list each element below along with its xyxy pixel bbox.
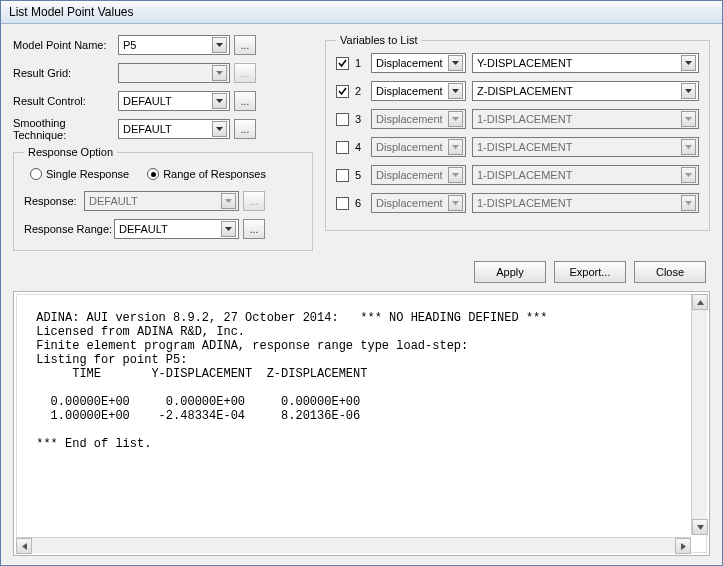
response-browse-button: ...	[243, 191, 265, 211]
variable-row: 3Displacement1-DISPLACEMENT	[336, 108, 699, 130]
variables-legend: Variables to List	[336, 34, 421, 46]
variable-index: 6	[355, 197, 365, 209]
scroll-right-icon[interactable]	[675, 538, 691, 554]
variable-type-combo[interactable]: Displacement	[371, 81, 466, 101]
range-of-responses-radio[interactable]: Range of Responses	[147, 168, 266, 180]
variable-type-combo: Displacement	[371, 165, 466, 185]
response-range-label: Response Range:	[24, 223, 114, 235]
variable-row: 5Displacement1-DISPLACEMENT	[336, 164, 699, 186]
apply-button[interactable]: Apply	[474, 261, 546, 283]
variable-checkbox[interactable]	[336, 197, 349, 210]
model-point-name-combo[interactable]: P5	[118, 35, 230, 55]
response-label: Response:	[24, 195, 84, 207]
variable-row: 4Displacement1-DISPLACEMENT	[336, 136, 699, 158]
window-title: List Model Point Values	[9, 5, 134, 19]
variable-checkbox[interactable]	[336, 113, 349, 126]
chevron-down-icon	[681, 195, 696, 211]
variable-type-combo: Displacement	[371, 137, 466, 157]
response-option-group: Response Option Single Response Range of…	[13, 146, 313, 251]
variable-checkbox[interactable]	[336, 57, 349, 70]
model-point-browse-button[interactable]: ...	[234, 35, 256, 55]
vertical-scrollbar[interactable]	[691, 294, 707, 535]
variable-index: 1	[355, 57, 365, 69]
scroll-down-icon[interactable]	[692, 519, 708, 535]
smoothing-browse-button[interactable]: ...	[234, 119, 256, 139]
scroll-up-icon[interactable]	[692, 294, 708, 310]
chevron-down-icon	[448, 83, 463, 99]
title-bar: List Model Point Values	[1, 1, 722, 24]
variable-row: 6Displacement1-DISPLACEMENT	[336, 192, 699, 214]
single-response-radio[interactable]: Single Response	[30, 168, 129, 180]
variable-row: 2DisplacementZ-DISPLACEMENT	[336, 80, 699, 102]
variable-name-combo: 1-DISPLACEMENT	[472, 165, 699, 185]
variables-group: Variables to List 1DisplacementY-DISPLAC…	[325, 34, 710, 231]
upper-panel: Model Point Name: P5 ... Result Grid: ..…	[13, 34, 710, 251]
variable-checkbox[interactable]	[336, 85, 349, 98]
variable-name-combo: 1-DISPLACEMENT	[472, 193, 699, 213]
output-panel: ADINA: AUI version 8.9.2, 27 October 201…	[13, 291, 710, 556]
chevron-down-icon	[221, 221, 236, 237]
variable-type-combo[interactable]: Displacement	[371, 53, 466, 73]
dialog-body: Model Point Name: P5 ... Result Grid: ..…	[1, 24, 722, 564]
response-range-browse-button[interactable]: ...	[243, 219, 265, 239]
chevron-down-icon	[212, 37, 227, 53]
variable-index: 2	[355, 85, 365, 97]
variable-name-combo: 1-DISPLACEMENT	[472, 109, 699, 129]
button-bar: Apply Export... Close	[13, 261, 706, 283]
smoothing-label: Smoothing Technique:	[13, 117, 118, 141]
model-point-name-label: Model Point Name:	[13, 39, 118, 51]
chevron-down-icon	[681, 55, 696, 71]
result-grid-browse-button: ...	[234, 63, 256, 83]
variable-name-combo: 1-DISPLACEMENT	[472, 137, 699, 157]
chevron-down-icon	[212, 93, 227, 109]
chevron-down-icon	[681, 83, 696, 99]
horizontal-scrollbar[interactable]	[16, 537, 691, 553]
chevron-down-icon	[448, 167, 463, 183]
chevron-down-icon	[448, 111, 463, 127]
chevron-down-icon	[448, 195, 463, 211]
response-option-legend: Response Option	[24, 146, 117, 158]
response-range-combo[interactable]: DEFAULT	[114, 219, 239, 239]
variable-index: 3	[355, 113, 365, 125]
variable-checkbox[interactable]	[336, 169, 349, 182]
chevron-down-icon	[212, 65, 227, 81]
chevron-down-icon	[681, 167, 696, 183]
chevron-down-icon	[681, 111, 696, 127]
variable-index: 5	[355, 169, 365, 181]
chevron-down-icon	[448, 55, 463, 71]
radio-icon	[30, 168, 42, 180]
scroll-left-icon[interactable]	[16, 538, 32, 554]
variable-type-combo: Displacement	[371, 109, 466, 129]
variable-index: 4	[355, 141, 365, 153]
result-control-label: Result Control:	[13, 95, 118, 107]
chevron-down-icon	[212, 121, 227, 137]
variable-row: 1DisplacementY-DISPLACEMENT	[336, 52, 699, 74]
smoothing-combo[interactable]: DEFAULT	[118, 119, 230, 139]
export-button[interactable]: Export...	[554, 261, 626, 283]
output-text: ADINA: AUI version 8.9.2, 27 October 201…	[16, 294, 707, 553]
result-control-combo[interactable]: DEFAULT	[118, 91, 230, 111]
chevron-down-icon	[221, 193, 236, 209]
chevron-down-icon	[448, 139, 463, 155]
result-grid-label: Result Grid:	[13, 67, 118, 79]
variable-name-combo[interactable]: Y-DISPLACEMENT	[472, 53, 699, 73]
left-column: Model Point Name: P5 ... Result Grid: ..…	[13, 34, 313, 251]
result-control-browse-button[interactable]: ...	[234, 91, 256, 111]
result-grid-combo[interactable]	[118, 63, 230, 83]
chevron-down-icon	[681, 139, 696, 155]
radio-icon	[147, 168, 159, 180]
variable-type-combo: Displacement	[371, 193, 466, 213]
variable-name-combo[interactable]: Z-DISPLACEMENT	[472, 81, 699, 101]
variable-checkbox[interactable]	[336, 141, 349, 154]
response-combo: DEFAULT	[84, 191, 239, 211]
close-button[interactable]: Close	[634, 261, 706, 283]
